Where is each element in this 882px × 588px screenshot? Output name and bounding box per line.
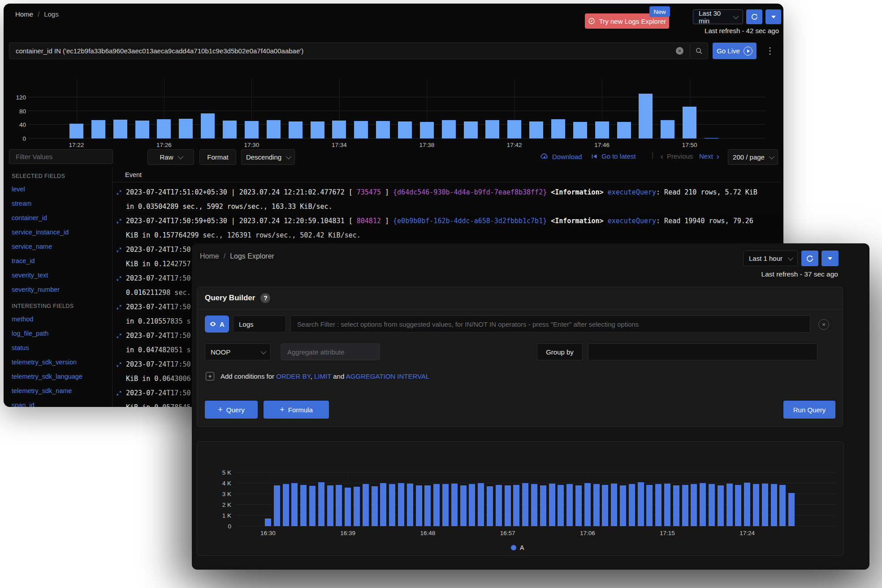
- chart-bar[interactable]: [558, 485, 564, 526]
- chart-bar[interactable]: [691, 484, 697, 526]
- chart-bar[interactable]: [69, 124, 83, 138]
- chart-bar[interactable]: [332, 121, 346, 138]
- clear-query-icon[interactable]: ✕: [676, 47, 683, 55]
- add-query-button[interactable]: + Query: [205, 401, 258, 419]
- chart-bar[interactable]: [179, 119, 193, 138]
- chart-bar[interactable]: [573, 122, 587, 138]
- aggregate-attribute-input[interactable]: [281, 343, 380, 360]
- field-item-status[interactable]: status: [4, 341, 112, 355]
- chart-bar[interactable]: [478, 483, 484, 526]
- chart-bar[interactable]: [442, 484, 449, 526]
- chart-bar[interactable]: [522, 483, 528, 526]
- previous-page-button[interactable]: ‹ Previous: [661, 152, 693, 160]
- chart-bar[interactable]: [91, 120, 105, 138]
- log-query-input[interactable]: [9, 43, 690, 59]
- chart-bar[interactable]: [682, 485, 688, 526]
- chart-bar[interactable]: [593, 484, 600, 526]
- group-by-input[interactable]: [588, 343, 817, 360]
- chart-bar[interactable]: [779, 485, 786, 526]
- chart-bar[interactable]: [223, 121, 237, 138]
- chart-bar[interactable]: [629, 484, 635, 526]
- sort-order-select[interactable]: Descending: [241, 149, 295, 165]
- chart-bar[interactable]: [363, 484, 369, 526]
- chart-bar[interactable]: [549, 484, 555, 526]
- chart-bar[interactable]: [398, 121, 412, 138]
- chart-bar[interactable]: [487, 486, 493, 526]
- chart-bar[interactable]: [291, 483, 298, 526]
- refresh-button[interactable]: [801, 251, 818, 266]
- search-button[interactable]: [690, 43, 708, 59]
- chart-bar[interactable]: [376, 121, 390, 138]
- chart-bar[interactable]: [602, 485, 608, 526]
- format-button[interactable]: Format: [199, 149, 236, 165]
- chart-bar[interactable]: [726, 484, 733, 526]
- chart-bar[interactable]: [718, 485, 724, 526]
- chart-bar[interactable]: [584, 483, 591, 526]
- chart-bar[interactable]: [646, 485, 653, 526]
- chart-bar[interactable]: [389, 484, 395, 526]
- chart-bar[interactable]: [700, 483, 706, 526]
- download-button[interactable]: Download: [540, 152, 582, 160]
- expand-log-icon[interactable]: [116, 362, 122, 368]
- log-entry[interactable]: 2023-07-24T17:50:59+05:30 | 2023.07.24 1…: [112, 214, 781, 242]
- chart-bar[interactable]: [496, 485, 502, 526]
- expand-log-icon[interactable]: [116, 218, 122, 224]
- chart-bar[interactable]: [451, 484, 458, 526]
- add-conditions-row[interactable]: + Add conditions for ORDER BY, LIMIT and…: [206, 372, 429, 380]
- chart-bar[interactable]: [424, 485, 431, 526]
- chart-bar[interactable]: [345, 488, 351, 526]
- chart-bar[interactable]: [267, 120, 281, 138]
- chart-bar[interactable]: [735, 485, 741, 526]
- chart-bar[interactable]: [575, 485, 582, 526]
- chart-bar[interactable]: [354, 121, 368, 138]
- time-options-button[interactable]: [765, 9, 781, 24]
- chart-bar[interactable]: [661, 120, 674, 138]
- query-chip-A[interactable]: A: [205, 316, 229, 333]
- chart-bar[interactable]: [638, 482, 644, 526]
- chart-bar[interactable]: [398, 483, 404, 526]
- expand-log-icon[interactable]: [116, 390, 122, 396]
- chart-bar[interactable]: [788, 493, 795, 526]
- chart-bar[interactable]: [531, 484, 537, 526]
- chart-bar[interactable]: [309, 486, 316, 526]
- chart-bar[interactable]: [709, 484, 715, 526]
- chart-bar[interactable]: [611, 484, 617, 526]
- chart-bar[interactable]: [762, 484, 768, 526]
- expand-log-icon[interactable]: [116, 304, 122, 310]
- time-range-select[interactable]: Last 1 hour: [743, 251, 798, 266]
- chart-bar[interactable]: [551, 119, 565, 138]
- field-item-telemetry_sdk_language[interactable]: telemetry_sdk_language: [4, 369, 112, 384]
- chart-bar[interactable]: [595, 121, 609, 138]
- chart-bar[interactable]: [683, 107, 696, 138]
- chart-bar[interactable]: [505, 485, 511, 526]
- chart-bar[interactable]: [318, 482, 324, 526]
- breadcrumb-home[interactable]: Home: [200, 252, 219, 260]
- field-item-log_file_path[interactable]: log_file_path: [4, 326, 112, 341]
- chart-bar[interactable]: [617, 122, 631, 138]
- chart-bar[interactable]: [753, 484, 759, 526]
- chart-legend[interactable]: A: [511, 544, 524, 551]
- chart-bar[interactable]: [442, 120, 456, 138]
- aggregation-interval-link[interactable]: AGGREGATION INTERVAL: [346, 372, 430, 380]
- field-item-stream[interactable]: stream: [4, 196, 112, 211]
- refresh-button[interactable]: [746, 9, 762, 24]
- chart-bar[interactable]: [300, 485, 307, 526]
- chart-bar[interactable]: [157, 119, 171, 138]
- chart-bar[interactable]: [327, 485, 333, 526]
- run-query-button[interactable]: Run Query: [783, 401, 835, 419]
- field-item-container_id[interactable]: container_id: [4, 211, 112, 225]
- go-live-button[interactable]: Go Live: [713, 43, 757, 59]
- chart-bar[interactable]: [529, 121, 543, 138]
- expand-log-icon[interactable]: [116, 190, 122, 195]
- go-to-latest-button[interactable]: Go to latest: [591, 152, 636, 160]
- chart-bar[interactable]: [464, 121, 478, 138]
- chart-bar[interactable]: [771, 484, 777, 526]
- chart-bar[interactable]: [265, 519, 271, 526]
- chart-bar[interactable]: [655, 484, 662, 526]
- kebab-menu-icon[interactable]: ⋮: [765, 46, 774, 55]
- add-conditions-icon[interactable]: +: [206, 372, 214, 380]
- field-item-level[interactable]: level: [4, 182, 112, 196]
- field-item-method[interactable]: method: [4, 312, 112, 326]
- log-entry[interactable]: 2023-07-24T17:51:02+05:30 | 2023.07.24 1…: [112, 185, 781, 214]
- breadcrumb-home[interactable]: Home: [15, 10, 33, 18]
